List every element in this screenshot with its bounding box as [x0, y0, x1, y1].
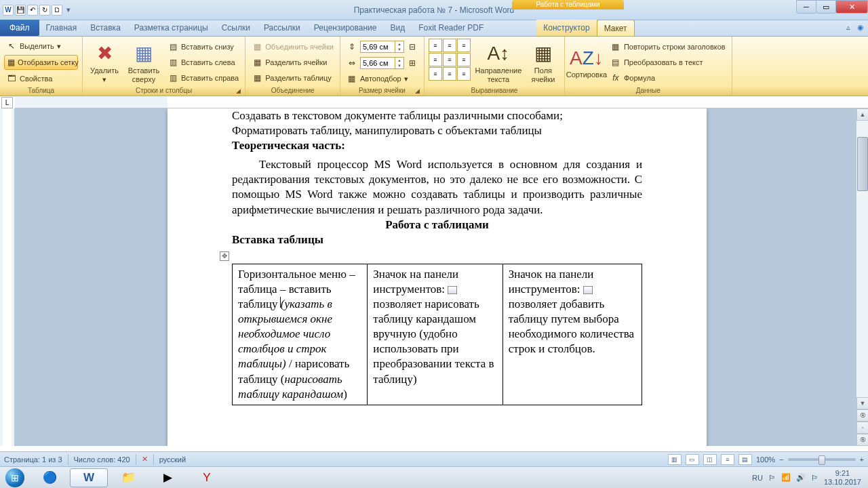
help-icon[interactable]: ◉ — [857, 23, 864, 32]
page[interactable]: Создавать в текстовом документе таблицы … — [167, 108, 707, 446]
convert-text-button[interactable]: ▤Преобразовать в текст — [608, 56, 728, 69]
tab-selector-icon[interactable]: L — [1, 97, 13, 108]
taskbar-word[interactable]: W — [70, 468, 108, 487]
tab-mailings[interactable]: Рассылки — [257, 20, 307, 36]
fullscreen-view-icon[interactable]: ▭ — [686, 454, 699, 465]
zoom-in-icon[interactable]: + — [860, 455, 864, 464]
autofit-button[interactable]: ▦Автоподбор ▾ — [344, 72, 420, 85]
redo-icon[interactable]: ↻ — [39, 5, 50, 16]
browse-object-icon[interactable]: ◦ — [856, 422, 868, 434]
close-button[interactable]: ✕ — [835, 0, 868, 14]
scroll-thumb[interactable] — [857, 137, 868, 191]
align-top-left[interactable]: ≡ — [429, 39, 442, 52]
col-width-input[interactable]: ▲▼ — [360, 57, 404, 69]
horizontal-ruler[interactable] — [15, 96, 868, 108]
align-top-center[interactable]: ≡ — [443, 39, 456, 52]
tray-volume-icon[interactable]: 🔊 — [796, 473, 806, 482]
properties-button[interactable]: 🗔Свойства — [4, 72, 78, 85]
zoom-slider[interactable] — [788, 458, 856, 461]
insert-right-button[interactable]: ▥Вставить справа — [165, 71, 241, 85]
tab-table-layout[interactable]: Макет — [597, 20, 635, 36]
web-view-icon[interactable]: ◫ — [703, 454, 717, 465]
contextual-tab-group: Работа с таблицами — [512, 0, 624, 20]
dialog-launcher-icon[interactable]: ◢ — [415, 87, 420, 94]
table-cell[interactable]: Значок на панели инструментов: позволяет… — [368, 264, 502, 405]
start-button[interactable]: ⊞ — [0, 467, 30, 489]
maximize-button[interactable]: ▭ — [816, 0, 836, 14]
tab-references[interactable]: Ссылки — [215, 20, 257, 36]
taskbar-chrome[interactable]: 🔵 — [31, 468, 68, 487]
row-height-input[interactable]: ▲▼ — [360, 41, 404, 53]
tab-view[interactable]: Вид — [383, 20, 412, 36]
tab-insert[interactable]: Вставка — [83, 20, 127, 36]
tray-action-icon[interactable]: 🏳 — [811, 474, 818, 482]
taskbar-yandex[interactable]: Y — [188, 468, 226, 487]
zoom-level[interactable]: 100% — [756, 455, 775, 464]
table-cell[interactable]: Горизонтальное меню – таблица – вставить… — [233, 264, 368, 405]
align-top-right[interactable]: ≡ — [457, 39, 471, 52]
tray-lang[interactable]: RU — [752, 474, 763, 482]
formula-button[interactable]: fxФормула — [608, 71, 728, 85]
tray-flag-icon[interactable]: 🏳 — [768, 474, 776, 482]
sort-button[interactable]: AZ↓Сортировка — [569, 39, 604, 86]
draft-view-icon[interactable]: ▤ — [738, 454, 752, 465]
split-cells-button[interactable]: ▦Разделить ячейки — [250, 56, 336, 69]
body-paragraph: Текстовый процессор MS Word используется… — [232, 157, 642, 217]
print-layout-view-icon[interactable]: ▥ — [668, 454, 682, 465]
cell-margins-button[interactable]: ▦Поля ячейки — [526, 39, 560, 86]
delete-button[interactable]: ✖Удалить▾ — [87, 39, 122, 86]
status-language[interactable]: русский — [159, 455, 186, 464]
scroll-down-icon[interactable]: ▼ — [856, 397, 868, 409]
status-words[interactable]: Число слов: 420 — [74, 455, 130, 464]
table-cell[interactable]: Значок на панели инструментов: позволяет… — [502, 264, 642, 405]
distribute-cols-icon[interactable]: ⊞ — [407, 58, 418, 68]
alignment-grid[interactable]: ≡≡≡ ≡≡≡ ≡≡≡ — [429, 39, 471, 86]
prev-page-icon[interactable]: ⦿ — [856, 409, 868, 422]
minimize-ribbon-icon[interactable]: ▵ — [846, 23, 850, 32]
align-mid-right[interactable]: ≡ — [457, 53, 471, 66]
align-bot-right[interactable]: ≡ — [457, 67, 471, 81]
align-mid-center[interactable]: ≡ — [443, 53, 456, 66]
save-icon[interactable]: 💾 — [15, 5, 26, 16]
text-direction-button[interactable]: A↕Направление текста — [475, 39, 522, 86]
merge-cells-button: ▦Объединить ячейки — [250, 40, 336, 54]
qat-dropdown-icon[interactable]: ▾ — [64, 5, 73, 14]
tab-table-design[interactable]: Конструктор — [536, 20, 596, 36]
taskbar-explorer[interactable]: 📁 — [109, 468, 147, 487]
tab-page-layout[interactable]: Разметка страницы — [127, 20, 215, 36]
group-label-merge: Объединение — [250, 86, 336, 95]
dialog-launcher-icon[interactable]: ◢ — [236, 87, 241, 94]
system-tray: RU 🏳 📶 🔊 🏳 9:2113.10.2017 — [749, 469, 868, 485]
new-icon[interactable]: 🗋 — [52, 5, 62, 16]
insert-below-button[interactable]: ▤Вставить снизу — [165, 40, 241, 54]
tray-clock[interactable]: 9:2113.10.2017 — [824, 469, 865, 485]
status-page[interactable]: Страница: 1 из 3 — [4, 455, 62, 464]
next-page-icon[interactable]: ⦿ — [856, 434, 868, 446]
insert-above-button[interactable]: ▦Вставить сверху — [126, 39, 161, 86]
zoom-out-icon[interactable]: − — [779, 455, 783, 464]
select-button[interactable]: ↖Выделить ▾ — [4, 39, 78, 53]
spellcheck-icon[interactable]: ✕ — [142, 455, 148, 464]
repeat-header-button[interactable]: ▦Повторить строки заголовков — [608, 40, 728, 54]
split-table-button[interactable]: ▦Разделить таблицу — [250, 71, 336, 85]
align-bot-center[interactable]: ≡ — [443, 67, 456, 81]
outline-view-icon[interactable]: ≡ — [721, 454, 734, 465]
tab-review[interactable]: Рецензирование — [307, 20, 384, 36]
tab-home[interactable]: Главная — [39, 20, 84, 36]
vertical-scrollbar[interactable]: ▲ ▼ ⦿ ◦ ⦿ — [856, 108, 868, 446]
insert-left-button[interactable]: ▥Вставить слева — [165, 56, 241, 69]
tray-network-icon[interactable]: 📶 — [781, 473, 791, 482]
scroll-up-icon[interactable]: ▲ — [856, 108, 868, 121]
file-tab[interactable]: Файл — [0, 20, 39, 36]
taskbar-media[interactable]: ▶ — [149, 468, 186, 487]
table-move-handle-icon[interactable]: ✥ — [220, 251, 229, 261]
minimize-button[interactable]: ─ — [796, 0, 816, 14]
view-gridlines-button[interactable]: ▦Отобразить сетку — [4, 55, 78, 70]
align-bot-left[interactable]: ≡ — [429, 67, 442, 81]
distribute-rows-icon[interactable]: ⊟ — [407, 41, 418, 52]
tab-foxit[interactable]: Foxit Reader PDF — [412, 20, 490, 36]
align-mid-left[interactable]: ≡ — [429, 53, 442, 66]
doc-table[interactable]: Горизонтальное меню – таблица – вставить… — [232, 264, 642, 405]
undo-icon[interactable]: ↶ — [27, 5, 38, 16]
vertical-ruler[interactable] — [0, 108, 15, 446]
